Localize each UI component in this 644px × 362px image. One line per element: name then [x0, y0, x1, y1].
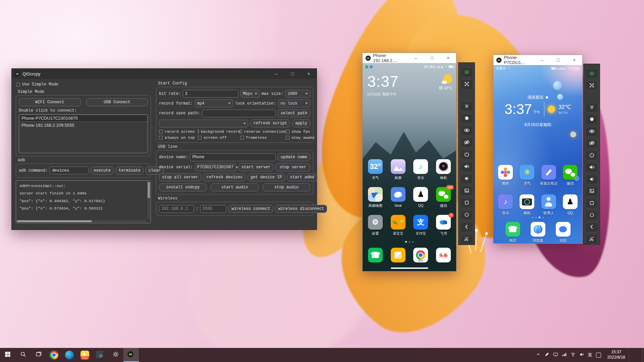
- app-QQ[interactable]: ♟QQ: [410, 187, 432, 215]
- app-有道云笔记[interactable]: 有道云笔记: [538, 165, 559, 194]
- log-horizontal-scrollbar[interactable]: [17, 220, 147, 222]
- update-name-button[interactable]: update name: [278, 153, 310, 161]
- stop-audio-button[interactable]: stop audio: [263, 183, 310, 191]
- app-设置[interactable]: ⚙设置: [364, 215, 387, 243]
- start-audio-button[interactable]: start audio: [211, 183, 258, 191]
- app-phone-icon[interactable]: ☎: [368, 248, 383, 262]
- search-button[interactable]: [15, 348, 31, 362]
- config-checkbox[interactable]: reverse connection: [240, 129, 286, 134]
- taskbar-settings[interactable]: [108, 348, 123, 362]
- app-chrome-icon[interactable]: Beta: [413, 248, 428, 262]
- config-checkbox[interactable]: show fps: [286, 129, 315, 134]
- use-simple-mode-checkbox[interactable]: Use Simple Mode: [16, 82, 58, 87]
- close-button[interactable]: ×: [566, 55, 582, 65]
- script-select[interactable]: [159, 120, 248, 127]
- screen-off-button[interactable]: [460, 138, 473, 148]
- volume-up-button[interactable]: [460, 162, 473, 172]
- record-format-select[interactable]: mp4: [195, 100, 233, 107]
- screen-on-button[interactable]: [460, 126, 473, 136]
- network-icon[interactable]: [562, 352, 567, 358]
- taskbar-clock[interactable]: 15:37 2022/6/16: [607, 350, 625, 360]
- menu-button[interactable]: [460, 198, 473, 208]
- language-indicator[interactable]: 英: [588, 352, 592, 358]
- app-微信[interactable]: 189微信: [432, 187, 455, 215]
- bit-rate-input[interactable]: [183, 90, 238, 98]
- phone2-screen[interactable]: 未插卡 100% 下午3:37 浦东新区 3:37 下午 32℃ 34 / 21…: [493, 65, 582, 243]
- stop-server-button[interactable]: stop server: [275, 163, 310, 171]
- hidden-icons-button[interactable]: [536, 352, 541, 358]
- app-电话[interactable]: ☎电话: [505, 222, 520, 243]
- scrollbar-thumb[interactable]: [17, 220, 92, 222]
- minimize-button[interactable]: –: [534, 55, 550, 65]
- screenshot-button[interactable]: [585, 234, 598, 244]
- home-indicator-bar[interactable]: [391, 267, 428, 269]
- get-device-IP-button[interactable]: get device IP: [248, 173, 285, 181]
- app-QQ[interactable]: ♟QQ: [559, 194, 581, 224]
- app-亲宝宝[interactable]: 亲宝宝: [387, 215, 410, 243]
- lock-orientation-select[interactable]: no lock: [278, 100, 310, 107]
- touch-button[interactable]: [585, 115, 598, 125]
- adb-log-output[interactable]: AdbProcessImpl::out:server start finish …: [16, 180, 151, 223]
- device-list-item[interactable]: Phone-P7CDU17C23010875: [19, 115, 148, 122]
- maximize-button[interactable]: □: [424, 53, 440, 63]
- wireless-ip-input[interactable]: [159, 205, 194, 213]
- taskbar-qtscrcpy-active[interactable]: [123, 348, 139, 362]
- terminate-button[interactable]: terminate: [116, 167, 144, 175]
- power-button[interactable]: [460, 150, 473, 160]
- device-list-item[interactable]: Phone-192.168.2.109:5555: [19, 122, 148, 129]
- config-checkbox[interactable]: screen-off: [198, 135, 240, 140]
- max-size-select[interactable]: 1080: [285, 90, 310, 98]
- volume-down-button[interactable]: [460, 174, 473, 184]
- menu-button[interactable]: [585, 198, 598, 208]
- action-center-button[interactable]: [629, 348, 642, 362]
- app-音乐[interactable]: ♪音乐: [495, 194, 516, 224]
- start-adbd-button[interactable]: start adbd: [287, 173, 317, 181]
- pen-icon[interactable]: [544, 352, 549, 358]
- install-sndcpy-button[interactable]: install sndcpy: [159, 183, 207, 191]
- minimize-button[interactable]: –: [268, 69, 284, 79]
- apply-button[interactable]: apply: [292, 119, 310, 127]
- start-button[interactable]: [0, 348, 15, 362]
- app-相机[interactable]: 相机: [432, 159, 455, 187]
- app-高德地图[interactable]: 高德地图: [364, 187, 387, 215]
- app-相册[interactable]: 相册: [387, 159, 410, 187]
- execute-button[interactable]: execute: [91, 167, 113, 175]
- group-control-button[interactable]: [585, 69, 598, 79]
- taskbar-chrome[interactable]: [46, 348, 62, 362]
- qtscrcpy-titlebar[interactable]: QtScrcpy – □ ×: [12, 69, 317, 79]
- wireless-disconnect-button[interactable]: wireless disconnect: [275, 205, 327, 213]
- taskbar-player-app[interactable]: Player: [77, 348, 93, 362]
- app-音乐[interactable]: ♪音乐: [410, 159, 432, 187]
- phone1-titlebar[interactable]: Phone-192.168.2.... – □ ×: [363, 53, 456, 63]
- device-list[interactable]: Phone-P7CDU17C23010875Phone-192.168.2.10…: [19, 114, 148, 153]
- log-vertical-scrollbar[interactable]: [148, 181, 150, 220]
- app-浏览器[interactable]: 浏览器: [531, 222, 545, 243]
- phone1-screen[interactable]: 82.3K/s 3:37 6月16日 周四下午 晴 32°C 32°天气相册♪音…: [363, 63, 456, 271]
- back-button[interactable]: [460, 222, 473, 232]
- config-checkbox[interactable]: background record: [198, 129, 240, 134]
- config-checkbox[interactable]: stay awake: [286, 135, 315, 140]
- expand-notifications-button[interactable]: [460, 102, 473, 112]
- scrollbar-thumb[interactable]: [148, 182, 150, 198]
- wifi-connect-button[interactable]: WIFI Connect: [19, 98, 81, 106]
- app-相机[interactable]: 相机: [516, 194, 538, 224]
- phone2-titlebar[interactable]: Phone-P7CDU1... – □ ×: [493, 55, 582, 65]
- taskbar-browser-app[interactable]: [62, 348, 77, 362]
- home-button[interactable]: [585, 210, 598, 221]
- app-天气[interactable]: 32°天气: [364, 159, 387, 187]
- volume-icon[interactable]: [579, 352, 584, 358]
- group-control-button[interactable]: [460, 67, 473, 77]
- config-checkbox[interactable]: always on top: [159, 135, 198, 140]
- screen-off-button[interactable]: [585, 139, 598, 149]
- app-支付宝[interactable]: 支支付宝: [410, 215, 432, 243]
- select-path-button[interactable]: select path: [278, 109, 310, 117]
- app-飞书[interactable]: 4飞书: [432, 215, 455, 243]
- power-button[interactable]: [585, 150, 598, 161]
- record-save-path-input[interactable]: [202, 110, 275, 117]
- wireless-connect-button[interactable]: wireless connect: [228, 205, 273, 213]
- app-天气[interactable]: ☀天气: [516, 165, 538, 194]
- refresh-devices-button[interactable]: refresh devices: [203, 173, 246, 181]
- app-messages-icon[interactable]: [391, 248, 406, 262]
- wifi-icon[interactable]: [571, 352, 576, 358]
- app-图库[interactable]: 图库: [495, 165, 516, 194]
